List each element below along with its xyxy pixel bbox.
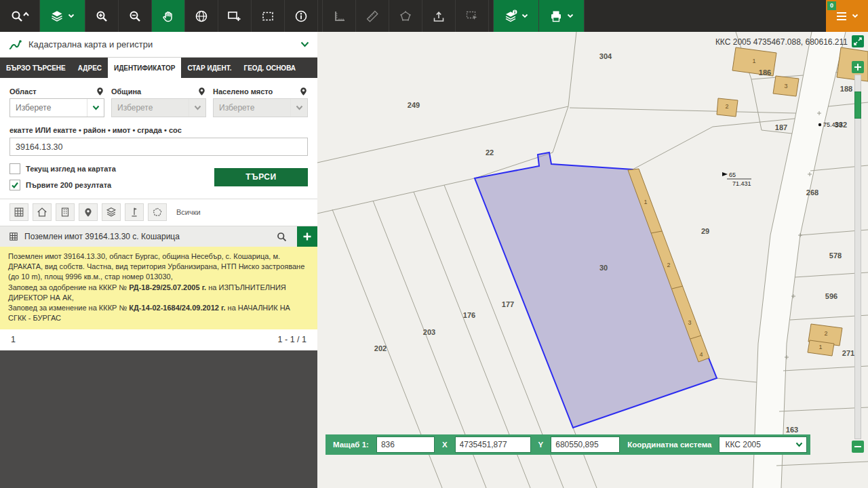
layers-menu-button[interactable] (40, 0, 85, 32)
filter-all-label[interactable]: Всички (176, 208, 201, 216)
zoom-rectangle-button[interactable] (218, 0, 252, 32)
building-label-2: 2 (667, 262, 670, 268)
obshtina-label: Община (111, 87, 141, 96)
result-line-1: Поземлен имот 39164.13.30, област Бургас… (8, 252, 304, 281)
oblast-select-value: Изберете (16, 103, 51, 113)
printer-icon (549, 9, 563, 23)
expand-icon (854, 37, 862, 45)
parcel-label-268: 268 (806, 188, 818, 197)
current-view-checkbox-row[interactable]: Текущ изглед на картата (9, 163, 214, 174)
parcel-label-249: 249 (408, 101, 420, 109)
parcel-label-176: 176 (463, 311, 475, 319)
filter-point-button[interactable] (79, 203, 98, 221)
export-button[interactable] (422, 0, 456, 32)
chevron-down-icon (68, 14, 75, 18)
x-coordinate-input[interactable] (455, 436, 531, 453)
full-extent-button[interactable] (185, 0, 218, 32)
identifier-input[interactable] (9, 138, 308, 156)
info-icon (294, 9, 308, 23)
location-pin-icon[interactable] (299, 87, 308, 96)
globe-icon (195, 9, 208, 23)
search-button[interactable]: ТЪРСИ (214, 168, 308, 186)
filter-building-button[interactable] (56, 203, 75, 221)
layers-info-icon (504, 9, 517, 23)
zoom-out-tool-button[interactable] (119, 0, 152, 32)
crs-select-value: ККС 2005 (725, 440, 761, 449)
obshtina-select[interactable]: Изберете (111, 98, 206, 117)
ekatte-label: екатте ИЛИ екатте • район • имот • сград… (9, 126, 308, 134)
y-coordinate-input[interactable] (551, 436, 620, 453)
search-collapse-icon (10, 9, 29, 23)
layers-icon (50, 9, 64, 23)
filter-home-button[interactable] (33, 203, 52, 221)
crs-select[interactable]: ККС 2005 (719, 436, 807, 453)
search-tabs: БЪРЗО ТЪРСЕНЕ АДРЕС ИДЕНТИФИКАТОР СТАР И… (0, 58, 317, 78)
page-number[interactable]: 1 (11, 335, 16, 344)
tab-identifier[interactable]: ИДЕНТИФИКАТОР (108, 58, 181, 78)
zoom-in-button[interactable] (852, 61, 864, 73)
map-viewport[interactable]: 304 249 22 30 29 177 176 203 202 186 187… (317, 32, 868, 488)
location-pin-icon[interactable] (197, 87, 206, 96)
building-label-3: 3 (688, 319, 691, 326)
geodetic-label-65: 65 (729, 171, 736, 178)
print-menu-button[interactable] (539, 0, 585, 32)
measure-area-button[interactable] (389, 0, 422, 32)
zoom-out-icon (128, 9, 142, 23)
rectangle-plus-icon (227, 9, 242, 23)
parcel-label-186: 186 (759, 68, 771, 77)
result-details[interactable]: Поземлен имот 39164.13.30, област Бургас… (0, 247, 317, 329)
result-line-2-order: РД-18-29/25.07.2005 г. (129, 283, 206, 291)
parcel-label-22: 22 (486, 148, 494, 157)
cadastral-map[interactable]: 304 249 22 30 29 177 176 203 202 186 187… (317, 32, 868, 488)
chevron-down-icon (92, 105, 100, 110)
tab-old-identifier[interactable]: СТАР ИДЕНТ. (181, 58, 237, 78)
magnifier-icon (276, 231, 288, 243)
location-pin-icon[interactable] (96, 87, 104, 96)
scale-input[interactable] (376, 436, 435, 453)
naseleno-select-value: Изберете (219, 103, 254, 113)
building-label-4: 4 (699, 351, 703, 358)
tab-geodetic-basis[interactable]: ГЕОД. ОСНОВА (237, 58, 302, 78)
result-item-header[interactable]: Поземлен имот 39164.13.30 с. Кошарица (0, 226, 317, 247)
result-line-3-order: КД-14-02-1684/24.09.2012 г. (129, 304, 225, 312)
plus-icon (854, 63, 862, 71)
measure-distance-button[interactable] (356, 0, 389, 32)
zoom-in-tool-button[interactable] (85, 0, 119, 32)
search-panel-toggle-button[interactable] (0, 0, 40, 32)
tab-address[interactable]: АДРЕС (72, 58, 108, 78)
zoom-slider-handle[interactable] (854, 92, 861, 119)
zoom-slider[interactable] (854, 75, 861, 439)
previous-extent-button[interactable] (252, 0, 285, 32)
polygon-icon (399, 9, 412, 23)
chevron-down-icon (852, 14, 859, 18)
parcel-label-304: 304 (599, 52, 612, 60)
filter-geodetic-button[interactable] (125, 203, 144, 221)
fullscreen-button[interactable] (852, 35, 864, 47)
filter-grid-button[interactable] (9, 203, 28, 221)
chevron-down-icon[interactable] (300, 41, 309, 47)
zoom-to-result-button[interactable] (271, 226, 292, 247)
selection-count-badge: 0 (827, 1, 836, 10)
panel-header[interactable]: Кадастрална карта и регистри (0, 32, 317, 58)
select-features-button[interactable] (456, 0, 489, 32)
filter-layers-button[interactable] (102, 203, 121, 221)
info-tool-button[interactable] (285, 0, 318, 32)
measure-coordinates-button[interactable] (322, 0, 356, 32)
add-result-button[interactable] (297, 226, 317, 247)
naseleno-select[interactable]: Изберете (213, 98, 308, 117)
dashed-rectangle-icon (261, 9, 275, 23)
tab-quick-search[interactable]: БЪРЗО ТЪРСЕНЕ (0, 58, 72, 78)
list-icon (835, 11, 848, 22)
first-200-checkbox[interactable] (9, 180, 20, 190)
polygon-icon (151, 206, 163, 218)
layer-info-menu-button[interactable] (493, 0, 539, 32)
current-view-checkbox[interactable] (9, 163, 20, 174)
oblast-select[interactable]: Изберете (9, 98, 104, 117)
x-label: X (438, 441, 452, 449)
pan-tool-button[interactable] (152, 0, 185, 32)
zoom-out-button[interactable] (852, 441, 864, 453)
first-200-checkbox-row[interactable]: Първите 200 резултата (9, 180, 214, 190)
filter-polygon-button[interactable] (148, 203, 167, 221)
selection-list-button[interactable]: 0 (826, 0, 868, 32)
obshtina-label-row: Община (111, 85, 206, 98)
